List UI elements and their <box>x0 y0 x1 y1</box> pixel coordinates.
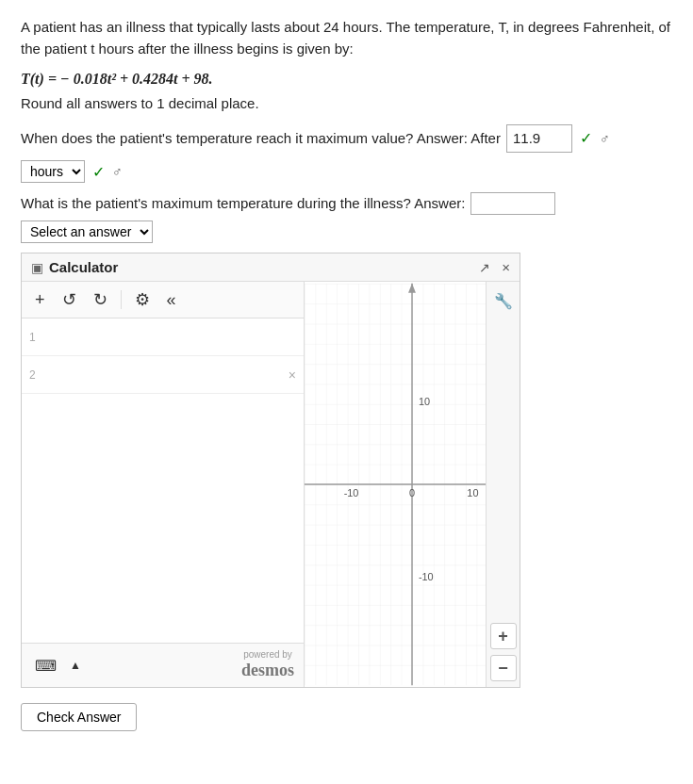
q2-text: What is the patient's maximum temperatur… <box>21 192 465 215</box>
settings-button[interactable]: ⚙ <box>131 287 154 312</box>
q1-unit-select[interactable]: hours <box>21 160 85 183</box>
formula: T(t) = − 0.018t² + 0.4284t + 98. <box>21 71 672 88</box>
formula-text: T(t) = − 0.018t² + 0.4284t + 98. <box>21 71 213 87</box>
redo-button[interactable]: ↻ <box>90 287 111 312</box>
intro-text: A patient has an illness that typically … <box>21 19 670 57</box>
svg-text:0: 0 <box>409 487 415 498</box>
expr-num-1: 1 <box>29 331 46 344</box>
svg-text:10: 10 <box>419 396 430 407</box>
calc-right-sidebar: 🔧 + − <box>486 282 520 687</box>
q1-answer-box: 11.9 <box>506 124 572 153</box>
collapse-button[interactable]: « <box>163 288 180 312</box>
zoom-out-button[interactable]: − <box>490 655 517 681</box>
svg-text:-10: -10 <box>344 487 359 498</box>
q2-answer-box[interactable] <box>470 192 555 215</box>
expression-item-1[interactable]: 1 <box>22 318 304 356</box>
zoom-in-button[interactable]: + <box>490 623 517 649</box>
round-note-text: Round all answers to 1 decimal place. <box>21 95 259 111</box>
close-button[interactable]: × <box>502 259 510 275</box>
calc-left-panel: + ↺ ↻ ⚙ « 1 2 × <box>22 282 305 687</box>
calculator-body: + ↺ ↻ ⚙ « 1 2 × <box>22 282 520 687</box>
expr-delete-2[interactable]: × <box>289 368 296 383</box>
expression-list: 1 2 × <box>22 318 304 643</box>
undo-button[interactable]: ↺ <box>58 287 80 312</box>
calc-header-right: ↗ × <box>479 259 510 275</box>
wrench-button[interactable]: 🔧 <box>490 287 517 314</box>
question-1-row: When does the patient's temperature reac… <box>21 124 672 153</box>
desmos-logo: desmos <box>241 661 294 681</box>
q1-person-icon: ♂ <box>600 128 610 149</box>
keyboard-area: ⌨ ▲ <box>31 655 85 677</box>
expand-button[interactable]: ↗ <box>479 260 490 275</box>
powered-by: powered by desmos <box>241 649 294 681</box>
q1-unit-check-icon: ✓ <box>92 163 105 181</box>
round-note: Round all answers to 1 decimal place. <box>21 95 672 111</box>
powered-by-text: powered by <box>243 649 292 661</box>
calc-toolbar: + ↺ ↻ ⚙ « <box>22 282 304 318</box>
q2-answer-select[interactable]: Select an answer <box>21 220 153 243</box>
calculator-icon: ▣ <box>31 260 43 275</box>
calculator-title: Calculator <box>49 259 118 275</box>
expression-item-2[interactable]: 2 × <box>22 356 304 394</box>
calculator-header: ▣ Calculator ↗ × <box>22 253 520 282</box>
footer: Check Answer <box>21 703 672 731</box>
question-2-row: What is the patient's maximum temperatur… <box>21 192 672 215</box>
expr-num-2: 2 <box>29 368 46 382</box>
q1-text: When does the patient's temperature reac… <box>21 127 501 150</box>
keyboard-button[interactable]: ⌨ <box>31 655 60 677</box>
svg-text:-10: -10 <box>419 571 434 582</box>
toolbar-separator <box>121 290 122 309</box>
add-expression-button[interactable]: + <box>31 288 49 312</box>
calc-graph-panel: -10 0 10 10 -10 🔧 + − <box>305 282 520 687</box>
calc-bottom-bar: ⌨ ▲ powered by desmos <box>22 643 304 687</box>
q1-unit-row: hours ✓ ♂ <box>21 160 672 183</box>
check-answer-button[interactable]: Check Answer <box>21 703 137 731</box>
calculator: ▣ Calculator ↗ × + ↺ ↻ ⚙ « 1 <box>21 253 520 688</box>
svg-text:10: 10 <box>467 487 478 498</box>
q1-unit-person-icon: ♂ <box>112 164 123 179</box>
keyboard-arrow-button[interactable]: ▲ <box>66 657 85 674</box>
q2-select-row: Select an answer <box>21 220 672 243</box>
problem-intro: A patient has an illness that typically … <box>21 17 672 59</box>
q1-check-icon: ✓ <box>580 126 592 151</box>
calc-header-left: ▣ Calculator <box>31 259 118 275</box>
